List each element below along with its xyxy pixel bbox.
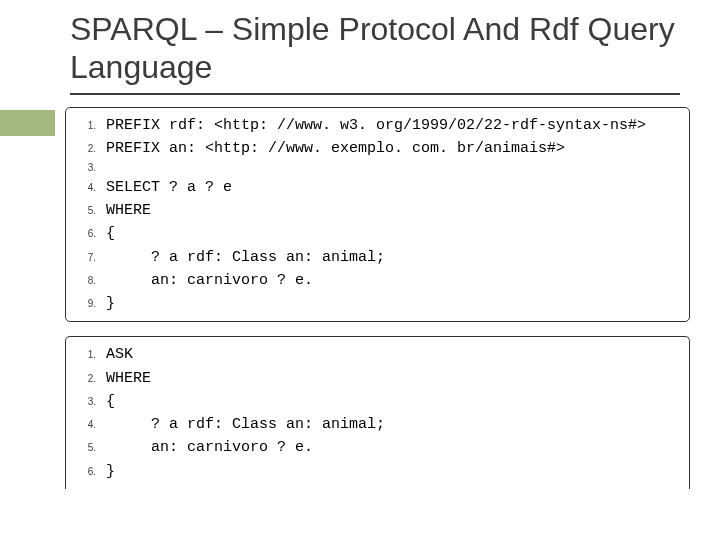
code-line: 3.{ <box>74 390 679 413</box>
code-line: 7. ? a rdf: Class an: animal; <box>74 246 679 269</box>
code-line: 5. an: carnivoro ? e. <box>74 436 679 459</box>
line-number: 6. <box>74 464 96 480</box>
line-number: 3. <box>74 394 96 410</box>
code-line: 9.} <box>74 292 679 315</box>
code-line: 2.PREFIX an: <http: //www. exemplo. com.… <box>74 137 679 160</box>
code-text: SELECT ? a ? e <box>106 176 232 199</box>
line-number: 5. <box>74 203 96 219</box>
line-number: 9. <box>74 296 96 312</box>
page-title: SPARQL – Simple Protocol And Rdf Query L… <box>70 10 680 87</box>
line-number: 8. <box>74 273 96 289</box>
code-text: { <box>106 390 115 413</box>
code-line: 5.WHERE <box>74 199 679 222</box>
code-text: ? a rdf: Class an: animal; <box>106 246 385 269</box>
code-text: ASK <box>106 343 133 366</box>
line-number: 1. <box>74 347 96 363</box>
code-line: 1.PREFIX rdf: <http: //www. w3. org/1999… <box>74 114 679 137</box>
title-underline <box>70 93 680 95</box>
code-text: an: carnivoro ? e. <box>106 436 313 459</box>
line-number: 2. <box>74 141 96 157</box>
line-number: 6. <box>74 226 96 242</box>
code-text: { <box>106 222 115 245</box>
code-text: PREFIX an: <http: //www. exemplo. com. b… <box>106 137 565 160</box>
code-line: 8. an: carnivoro ? e. <box>74 269 679 292</box>
code-block-2: 1.ASK2.WHERE3.{4. ? a rdf: Class an: ani… <box>65 336 690 489</box>
line-number: 2. <box>74 371 96 387</box>
code-block-1: 1.PREFIX rdf: <http: //www. w3. org/1999… <box>65 107 690 323</box>
line-number: 5. <box>74 440 96 456</box>
code-line: 1.ASK <box>74 343 679 366</box>
line-number: 1. <box>74 118 96 134</box>
code-text: an: carnivoro ? e. <box>106 269 313 292</box>
line-number: 7. <box>74 250 96 266</box>
code-text: WHERE <box>106 199 151 222</box>
accent-block <box>0 110 55 136</box>
line-number: 4. <box>74 417 96 433</box>
code-line: 2.WHERE <box>74 367 679 390</box>
code-line: 6.} <box>74 460 679 483</box>
code-line: 4. ? a rdf: Class an: animal; <box>74 413 679 436</box>
code-text: WHERE <box>106 367 151 390</box>
code-line: 3. <box>74 160 679 176</box>
code-line: 6.{ <box>74 222 679 245</box>
code-text: } <box>106 292 115 315</box>
code-line: 4.SELECT ? a ? e <box>74 176 679 199</box>
code-text: PREFIX rdf: <http: //www. w3. org/1999/0… <box>106 114 646 137</box>
code-text: ? a rdf: Class an: animal; <box>106 413 385 436</box>
line-number: 3. <box>74 160 96 176</box>
code-text: } <box>106 460 115 483</box>
line-number: 4. <box>74 180 96 196</box>
